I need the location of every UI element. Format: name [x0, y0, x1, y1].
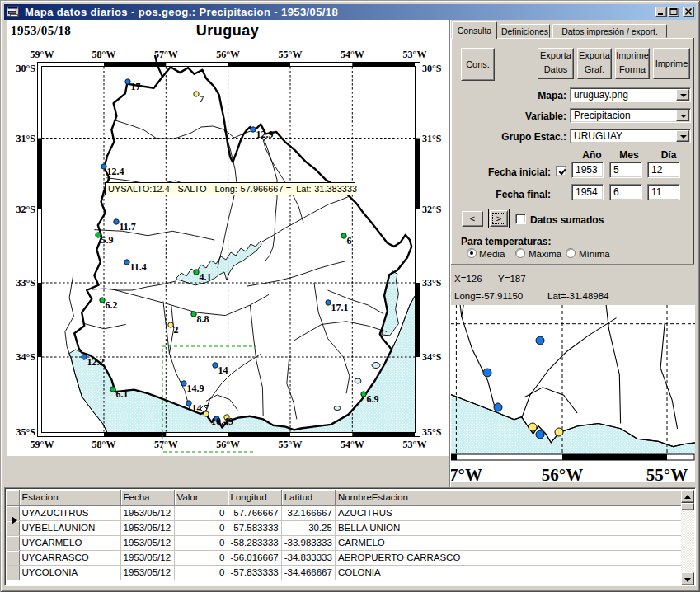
svg-text:55°W: 55°W: [279, 439, 303, 450]
svg-text:12.9: 12.9: [256, 129, 274, 140]
svg-text:17: 17: [131, 81, 141, 92]
svg-text:6.9: 6.9: [367, 393, 379, 405]
svg-text:56°W: 56°W: [542, 465, 583, 482]
svg-text:11.7: 11.7: [120, 221, 136, 233]
svg-text:6.1: 6.1: [116, 388, 129, 400]
svg-text:59°W: 59°W: [31, 49, 54, 60]
svg-text:17.1: 17.1: [331, 302, 349, 313]
svg-text:4.1: 4.1: [200, 271, 212, 283]
svg-text:58°W: 58°W: [92, 49, 116, 60]
svg-text:57°W: 57°W: [154, 49, 178, 60]
svg-text:34°S: 34°S: [422, 351, 442, 363]
svg-text:7: 7: [200, 93, 204, 105]
svg-text:12.4: 12.4: [107, 166, 124, 177]
svg-text:31°S: 31°S: [16, 133, 36, 144]
svg-text:59°W: 59°W: [31, 439, 54, 450]
svg-text:31°S: 31°S: [422, 133, 442, 144]
svg-text:55°W: 55°W: [279, 49, 303, 60]
svg-text:56°W: 56°W: [216, 439, 240, 450]
svg-text:33°S: 33°S: [16, 277, 36, 289]
svg-text:54°W: 54°W: [341, 49, 364, 60]
svg-text:35°S: 35°S: [422, 426, 442, 438]
svg-text:55°W: 55°W: [646, 465, 688, 482]
svg-text:10.49: 10.49: [211, 416, 233, 427]
svg-text:14.9: 14.9: [187, 383, 204, 394]
svg-text:6.2: 6.2: [106, 299, 118, 311]
svg-text:5.9: 5.9: [101, 234, 114, 246]
svg-text:53°W: 53°W: [403, 49, 427, 60]
svg-text:35°S: 35°S: [16, 426, 36, 438]
svg-text:53°W: 53°W: [403, 439, 427, 450]
svg-text:33°S: 33°S: [422, 277, 442, 289]
svg-text:14: 14: [218, 364, 228, 376]
svg-text:7°W: 7°W: [451, 465, 482, 482]
svg-text:30°S: 30°S: [422, 63, 442, 74]
svg-text:6: 6: [347, 235, 352, 247]
svg-text:32°S: 32°S: [16, 204, 36, 215]
svg-text:54°W: 54°W: [341, 439, 364, 450]
svg-text:58°W: 58°W: [92, 439, 116, 450]
svg-text:32°S: 32°S: [422, 204, 442, 215]
svg-text:12.2: 12.2: [87, 356, 105, 368]
svg-text:8.8: 8.8: [197, 313, 209, 325]
svg-text:30°S: 30°S: [16, 63, 36, 74]
svg-text:56°W: 56°W: [216, 49, 240, 60]
svg-text:2: 2: [174, 324, 179, 336]
svg-text:34°S: 34°S: [16, 351, 36, 363]
svg-text:11.4: 11.4: [130, 261, 147, 273]
svg-text:57°W: 57°W: [154, 439, 178, 450]
